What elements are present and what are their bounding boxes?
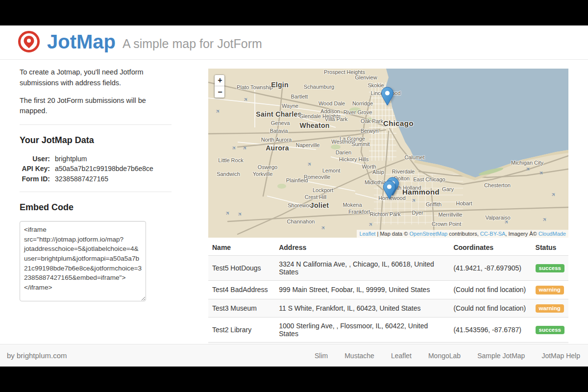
page-footer: by brightplum.com SlimMustacheLeafletMon… bbox=[0, 344, 588, 367]
map-place-label: Hobart bbox=[456, 200, 472, 206]
status-badge: warning bbox=[536, 304, 564, 313]
footer-links: SlimMustacheLeafletMongoLabSample JotMap… bbox=[315, 352, 580, 360]
divider bbox=[20, 124, 172, 125]
map-place-label: Valparaiso bbox=[485, 215, 510, 220]
map-place-label: River Grove bbox=[343, 109, 372, 115]
map-place-label: Berwyn bbox=[361, 128, 379, 134]
cell-name: Test4 BadAddress bbox=[208, 281, 275, 299]
map-place-label: Little Rock bbox=[218, 157, 243, 163]
map-place-label: Oak Park bbox=[361, 118, 383, 124]
zoom-in-button[interactable]: + bbox=[215, 75, 225, 86]
map-place-label: Michigan City bbox=[511, 160, 543, 166]
divider bbox=[20, 192, 172, 192]
cell-coordinates: (Could not find location) bbox=[449, 281, 531, 299]
map-place-label: Dyer bbox=[412, 210, 423, 216]
map-place-label: Saint Charles bbox=[256, 110, 301, 118]
embed-code-textarea[interactable]: <iframe src="http://jotmap.jotform.io/ma… bbox=[20, 221, 146, 301]
cell-coordinates: (41.9421, -87.697905) bbox=[449, 256, 531, 281]
footer-link-slim[interactable]: Slim bbox=[315, 352, 328, 360]
map-place-label: Alsip bbox=[372, 169, 384, 175]
map-place-label: Riverdale bbox=[392, 169, 415, 174]
table-row: Test4 BadAddress999 Main Street, Foobar,… bbox=[208, 281, 568, 299]
map-place-label: Chicago bbox=[383, 119, 414, 127]
intro-paragraphs: To create a Jotmap, you'll need Jotform … bbox=[20, 67, 172, 117]
page-title: JotMap bbox=[47, 32, 116, 51]
field-value: 32385887427165 bbox=[55, 174, 172, 184]
footer-link-leaflet[interactable]: Leaflet bbox=[391, 352, 412, 360]
cell-status: success bbox=[532, 318, 568, 343]
map-place-label: Calumet bbox=[405, 154, 425, 160]
map-place-label: Glenview bbox=[355, 74, 377, 80]
jotmap-logo-icon bbox=[18, 30, 40, 53]
map-place-label: Wood Dale bbox=[318, 100, 345, 106]
map-place-label: Gary bbox=[442, 186, 454, 192]
map-place-label: Plainfield bbox=[286, 177, 308, 183]
column-header-address: Address bbox=[275, 240, 449, 256]
cell-name: Test2 Library bbox=[208, 318, 275, 343]
footer-link-mongolab[interactable]: MongoLab bbox=[428, 352, 461, 360]
footer-link-sample-jotmap[interactable]: Sample JotMap bbox=[477, 352, 525, 360]
marker-pin-icon[interactable] bbox=[381, 87, 394, 106]
map-place-label: Geneva bbox=[271, 120, 290, 126]
map-place-label: Lockport bbox=[313, 187, 333, 193]
map-place-label: Aurora bbox=[266, 144, 289, 152]
column-header-coordinates: Coordinates bbox=[449, 240, 531, 256]
map-place-label: Joliet bbox=[310, 201, 329, 209]
column-header-status: Status bbox=[532, 240, 568, 256]
map-place-label: Channahon bbox=[287, 219, 315, 224]
map-place-label: Summit bbox=[351, 141, 369, 147]
map-zoom-control: + − bbox=[214, 74, 225, 98]
field-label: API Key: bbox=[20, 164, 50, 173]
map-place-label: Darien bbox=[336, 149, 351, 155]
map-place-label: Lemont bbox=[322, 168, 341, 173]
intro-text: To create a Jotmap, you'll need Jotform … bbox=[20, 67, 172, 89]
cell-address: 999 Main Street, Foobar, IL, 99999, Unit… bbox=[275, 281, 449, 299]
table-row: Test3 Museum11 S White, Frankfort, IL, 6… bbox=[208, 299, 568, 318]
openstreetmap-link[interactable]: OpenStreetMap bbox=[409, 231, 447, 237]
sidebar: To create a Jotmap, you'll need Jotform … bbox=[20, 67, 172, 305]
map-place-label: Richton Park bbox=[370, 211, 401, 217]
page-header: JotMap A simple map for JotForm bbox=[0, 25, 588, 60]
cell-name: Test5 HotDougs bbox=[208, 256, 275, 281]
status-badge: success bbox=[536, 326, 564, 335]
marker-pin-icon[interactable] bbox=[383, 180, 396, 199]
jotmap-data-list: User:brightplumAPI Key:a50a5a7b21c99198b… bbox=[20, 154, 172, 184]
column-header-name: Name bbox=[208, 240, 275, 256]
intro-text: The first 20 JotForm submissions will be… bbox=[20, 96, 172, 117]
field-label: Form ID: bbox=[20, 174, 50, 184]
field-label: User: bbox=[20, 154, 50, 164]
map-place-label: Crest Hill bbox=[305, 194, 327, 200]
map-place-label: Plato Township bbox=[237, 84, 273, 90]
attribution-text: | Map data © bbox=[375, 231, 409, 237]
attribution-text: contributors, bbox=[447, 231, 480, 237]
table-row: Test5 HotDougs3324 N California Ave, , C… bbox=[208, 256, 568, 281]
map-place-label: Griffith bbox=[426, 201, 441, 207]
footer-link-mustache[interactable]: Mustache bbox=[344, 352, 374, 360]
data-section-title: Your JotMap Data bbox=[20, 134, 172, 147]
zoom-out-button[interactable]: − bbox=[215, 86, 225, 98]
leaflet-map[interactable]: Prospect HeightsGlenviewSkokieLincolnwoo… bbox=[208, 69, 568, 238]
cell-address: 1000 Sterling Ave, , Flossmoor, IL, 6042… bbox=[275, 318, 449, 343]
map-place-label: Yorkville bbox=[253, 171, 273, 177]
map-place-label: Hickory Hills bbox=[339, 156, 369, 162]
map-place-label: Naperville bbox=[296, 142, 320, 148]
field-value: a50a5a7b21c99198bde7b6e8ce bbox=[55, 164, 172, 173]
map-place-label: Batavia bbox=[270, 128, 288, 134]
embed-section-title: Embed Code bbox=[20, 201, 172, 214]
cell-status: warning bbox=[532, 281, 568, 299]
map-place-label: Oswego bbox=[258, 164, 277, 170]
map-place-label: Mokena bbox=[343, 202, 362, 208]
cell-status: success bbox=[532, 256, 568, 281]
leaflet-link[interactable]: Leaflet bbox=[359, 231, 375, 237]
attribution-text: , Imagery Â© bbox=[505, 231, 538, 237]
map-place-label: Bartlett bbox=[291, 94, 308, 99]
map-attribution: Leaflet | Map data © OpenStreetMap contr… bbox=[357, 230, 568, 238]
license-link[interactable]: CC-BY-SA bbox=[480, 231, 506, 237]
table-row: Test2 Library1000 Sterling Ave, , Flossm… bbox=[208, 318, 568, 343]
footer-link-jotmap-help[interactable]: JotMap Help bbox=[541, 352, 580, 360]
map-place-label: Hammond bbox=[402, 188, 440, 196]
cloudmade-link[interactable]: CloudMade bbox=[539, 231, 566, 237]
map-place-label: Schaumburg bbox=[304, 84, 334, 90]
map-place-label: Crown Point bbox=[432, 221, 461, 227]
status-badge: warning bbox=[536, 286, 564, 294]
